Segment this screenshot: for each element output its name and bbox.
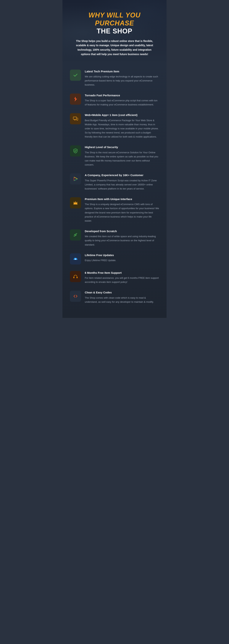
feature-desc-security: The Shop is the most secure eCommerce So… — [85, 150, 159, 167]
feature-desc-web-mobile: Best Budget Friendly eCommerce Package f… — [85, 118, 159, 139]
feature-title-web-mobile: Web+Mobile App= 1 item (cost efficient) — [85, 113, 159, 117]
main-title: WHY WILL YOU PURCHASE THE SHOP — [70, 11, 159, 35]
feature-content-latest-tech: Latest Tech Premium Item We are utilizin… — [85, 70, 159, 87]
feature-premium: Premium Item with Unique Interface The S… — [70, 197, 159, 223]
features-section: Latest Tech Premium Item We are utilizin… — [63, 64, 166, 318]
svg-rect-0 — [73, 117, 77, 119]
feature-icon-company — [70, 173, 81, 184]
feature-desc-company: This Super Powerful Premium Script was c… — [85, 178, 159, 191]
svg-line-8 — [74, 179, 78, 181]
svg-point-13 — [75, 234, 76, 235]
feature-icon-clean-code — [70, 291, 81, 302]
feature-web-mobile: Web+Mobile App= 1 item (cost efficient) … — [70, 113, 159, 139]
feature-security: Highest Level of Security The Shop is th… — [70, 145, 159, 167]
feature-support: 6 Months Free Item Support For item rela… — [70, 271, 159, 284]
feature-icon-scratch — [70, 230, 81, 240]
feature-content-tornado: Tornado Fast Performance The Shop is a s… — [85, 94, 159, 107]
feature-title-latest-tech: Latest Tech Premium Item — [85, 70, 159, 73]
feature-title-premium: Premium Item with Unique Interface — [85, 197, 159, 201]
feature-icon-security — [70, 145, 81, 156]
feature-icon-support — [70, 271, 81, 282]
svg-rect-15 — [77, 277, 78, 278]
feature-content-security: Highest Level of Security The Shop is th… — [85, 145, 159, 167]
feature-title-security: Highest Level of Security — [85, 145, 159, 149]
feature-desc-updates: Enjoy Lifetime FREE Update. — [85, 258, 159, 262]
feature-title-company: A Company, Experienced by 16K+ Customer — [85, 173, 159, 177]
feature-content-updates: Lifetime Free Updates Enjoy Lifetime FRE… — [85, 253, 159, 262]
feature-desc-support: For item related assistance, you will ge… — [85, 276, 159, 284]
feature-icon-updates — [70, 253, 81, 264]
feature-desc-tornado: The Shop is a super fast eCommerce php s… — [85, 98, 159, 107]
header-subtitle: The Shop helps you build a robust online… — [76, 39, 153, 56]
feature-icon-latest-tech — [70, 70, 81, 81]
title-line2: THE SHOP — [70, 27, 159, 35]
svg-point-10 — [74, 202, 74, 202]
feature-content-clean-code: Clean & Easy Codes The Shop comes with c… — [85, 291, 159, 304]
feature-desc-clean-code: The Shop comes with clean code which is … — [85, 296, 159, 304]
svg-marker-5 — [74, 177, 78, 181]
svg-line-7 — [74, 177, 78, 179]
svg-point-12 — [77, 202, 77, 202]
feature-content-premium: Premium Item with Unique Interface The S… — [85, 197, 159, 223]
feature-scratch: Developed from Scratch We created this i… — [70, 230, 159, 247]
feature-content-support: 6 Months Free Item Support For item rela… — [85, 271, 159, 284]
feature-latest-tech: Latest Tech Premium Item We are utilizin… — [70, 70, 159, 87]
feature-content-web-mobile: Web+Mobile App= 1 item (cost efficient) … — [85, 113, 159, 139]
feature-icon-premium — [70, 197, 81, 208]
feature-content-scratch: Developed from Scratch We created this i… — [85, 230, 159, 247]
feature-icon-web-mobile — [70, 113, 81, 124]
feature-updates: Lifetime Free Updates Enjoy Lifetime FRE… — [70, 253, 159, 264]
feature-tornado-fast: Tornado Fast Performance The Shop is a s… — [70, 94, 159, 107]
feature-title-scratch: Developed from Scratch — [85, 230, 159, 233]
feature-icon-tornado-fast — [70, 94, 81, 105]
feature-desc-scratch: We created this item out of white space … — [85, 234, 159, 247]
feature-content-company: A Company, Experienced by 16K+ Customer … — [85, 173, 159, 191]
feature-company: A Company, Experienced by 16K+ Customer … — [70, 173, 159, 191]
feature-title-tornado: Tornado Fast Performance — [85, 94, 159, 97]
header-section: WHY WILL YOU PURCHASE THE SHOP The Shop … — [63, 0, 166, 64]
svg-rect-14 — [73, 277, 74, 278]
feature-title-support: 6 Months Free Item Support — [85, 271, 159, 275]
feature-desc-premium: The Shop is a uniquely designed eCommerc… — [85, 202, 159, 223]
svg-point-11 — [75, 201, 76, 202]
title-line1: WHY WILL YOU PURCHASE — [70, 11, 159, 27]
feature-clean-code: Clean & Easy Codes The Shop comes with c… — [70, 291, 159, 304]
feature-desc-latest-tech: We are utilizing cutting-edge technology… — [85, 74, 159, 87]
feature-title-clean-code: Clean & Easy Codes — [85, 291, 159, 294]
feature-title-updates: Lifetime Free Updates — [85, 253, 159, 257]
